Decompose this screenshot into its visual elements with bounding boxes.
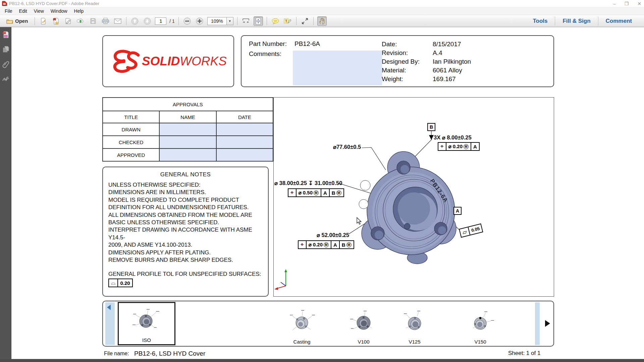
fcf-counterbore: ⌖ ⌀ 0.50M A BM	[288, 188, 344, 197]
dim-3x-8: 3X ⌀ 8.00±0.25	[434, 134, 472, 141]
previous-page-button[interactable]	[130, 16, 140, 26]
row-checked-label: CHECKED	[103, 136, 159, 148]
datum-b-anchor-triangle	[429, 135, 434, 140]
signatures-icon[interactable]	[2, 75, 9, 83]
note-line: DIMENSIONS APPLY AFTER PLATING.	[108, 249, 263, 256]
share-page-button[interactable]	[39, 16, 48, 26]
menu-edit[interactable]: Edit	[16, 8, 31, 14]
print-button[interactable]	[101, 16, 110, 26]
fcf-bore: ⌖ ⌀ 0.20M A BM	[298, 240, 354, 249]
weight-value: 169.167	[433, 75, 471, 84]
zoom-out-icon	[183, 17, 191, 25]
sign-button[interactable]	[63, 16, 73, 26]
comments-label: Comments:	[249, 50, 281, 58]
row-approved-label: APPROVED	[103, 148, 159, 161]
printer-icon	[102, 18, 109, 24]
email-button[interactable]	[113, 16, 122, 26]
share-page-icon	[40, 18, 47, 24]
zoom-in-button[interactable]	[195, 16, 204, 26]
zoom-level-value: 109%	[208, 18, 226, 24]
close-button[interactable]: ✕	[637, 1, 641, 6]
solidworks-logo-block: SOLIDWORKS	[102, 35, 234, 87]
checked-name-field[interactable]	[159, 136, 216, 148]
bookmark-tools-button[interactable]	[51, 16, 60, 26]
checked-date-field[interactable]	[216, 136, 273, 148]
part-number-label: Part Number:	[249, 40, 287, 48]
menu-bar: File Edit View Window Help	[0, 7, 644, 15]
comment-panel-button[interactable]: Comment	[598, 18, 639, 24]
sheet-number: Sheet: 1 of 1	[508, 350, 540, 357]
thumbnail-v100[interactable]: V100	[342, 303, 385, 346]
profile-tol-value: 0.20	[118, 279, 132, 287]
tools-button[interactable]: Tools	[525, 18, 555, 24]
title-block: Part Number: PB12-6A Comments: Date:8/15…	[241, 35, 554, 87]
save-button[interactable]	[88, 16, 98, 26]
zoom-dropdown-arrow[interactable]: ▼	[226, 17, 233, 25]
note-line: BASIC UNLESS OTHERWISE SPECIFIED.	[108, 219, 263, 226]
note-line: REMOVE BURRS AND BREAK SHARP EDGES.	[108, 256, 263, 264]
general-notes-block: GENERAL NOTES UNLESS OTHERWISE SPECIFIED…	[102, 167, 269, 297]
thumbnail-scrollbar-right[interactable]	[535, 302, 540, 345]
attachments-icon[interactable]	[2, 61, 9, 68]
fit-page-button[interactable]	[254, 16, 263, 26]
comment-bubble-button[interactable]	[271, 16, 280, 26]
thumbnail-v150[interactable]: V150	[459, 303, 502, 346]
dim-diameter-38-depth: ⌀ 38.00±0.25 ↧ 31.00±0.50	[274, 180, 342, 186]
thumbnail-v125[interactable]: V125	[393, 303, 436, 346]
approved-date-field[interactable]	[216, 148, 273, 161]
hand-tool-button[interactable]	[317, 16, 327, 26]
minimize-button[interactable]: –	[613, 1, 616, 6]
restore-button[interactable]: ❐	[625, 1, 629, 6]
envelope-icon	[114, 18, 121, 24]
menu-file[interactable]: File	[1, 8, 16, 14]
fit-width-icon	[242, 18, 250, 24]
comments-form-field[interactable]	[293, 51, 382, 85]
drawn-date-field[interactable]	[216, 123, 273, 136]
weight-label: Weight:	[382, 75, 433, 84]
note-line: MODEL IS REQUIRED TO COMPLETE PRODUCT	[108, 196, 263, 204]
solidworks-wordmark: SOLIDWORKS	[142, 54, 227, 68]
page-thumbnails-icon[interactable]	[2, 46, 9, 53]
mmc-icon: M	[464, 144, 469, 149]
mmc-icon: M	[324, 242, 329, 247]
drawing-viewport: PB12-6A ⌀77.60±0.5 B 3X ⌀ 8.00±0.25 ⌖ ⌀ …	[273, 97, 554, 297]
bookmark-star-icon	[52, 18, 59, 24]
fullscreen-button[interactable]	[300, 16, 310, 26]
approved-name-field[interactable]	[159, 148, 216, 161]
thumbnail-casting[interactable]: Casting	[280, 303, 324, 346]
col-name: NAME	[159, 111, 216, 123]
table-row: DRAWN	[103, 123, 273, 136]
solidworks-ds-mark	[110, 48, 141, 74]
date-label: Date:	[382, 41, 433, 49]
menu-help[interactable]: Help	[71, 8, 87, 14]
highlight-text-button[interactable]: T	[283, 16, 292, 26]
zoom-out-button[interactable]	[182, 16, 192, 26]
menu-view[interactable]: View	[31, 8, 47, 14]
fcf-datum-ref: A	[321, 189, 330, 196]
dim-diameter-52: ⌀ 52.00±0.25	[317, 232, 349, 238]
material-label: Material:	[382, 67, 433, 75]
upload-cloud-button[interactable]	[76, 16, 85, 26]
down-arrow-icon	[143, 17, 151, 25]
scroll-left-icon[interactable]	[107, 305, 111, 310]
thumbnail-iso[interactable]: ISO	[118, 302, 175, 345]
general-notes-title: GENERAL NOTES	[108, 171, 263, 178]
open-button[interactable]: Open	[3, 16, 31, 26]
zoom-level-control[interactable]: 109% ▼	[207, 17, 233, 25]
fit-width-button[interactable]	[241, 16, 251, 26]
bookmarks-panel-icon[interactable]	[2, 31, 9, 39]
menu-window[interactable]: Window	[47, 8, 71, 14]
thumbnail-label: Casting	[293, 339, 311, 345]
scroll-right-icon[interactable]	[545, 320, 550, 327]
fill-sign-button[interactable]: Fill & Sign	[555, 18, 598, 24]
fit-page-icon	[255, 17, 261, 25]
toolbar-right-panel: Tools Fill & Sign Comment	[525, 15, 639, 27]
next-page-button[interactable]	[143, 16, 152, 26]
approvals-title: APPROVALS	[103, 98, 273, 111]
file-name-value: PB12-6, LSD HYD Cover	[134, 350, 205, 357]
page-number-input[interactable]	[155, 17, 166, 25]
position-icon: ⌖	[299, 241, 307, 248]
drawn-name-field[interactable]	[159, 123, 216, 136]
note-line: ALL DIMENSIONS OBTAINED FROM THE MODEL A…	[108, 212, 263, 219]
datum-a-flag: A	[453, 207, 462, 215]
